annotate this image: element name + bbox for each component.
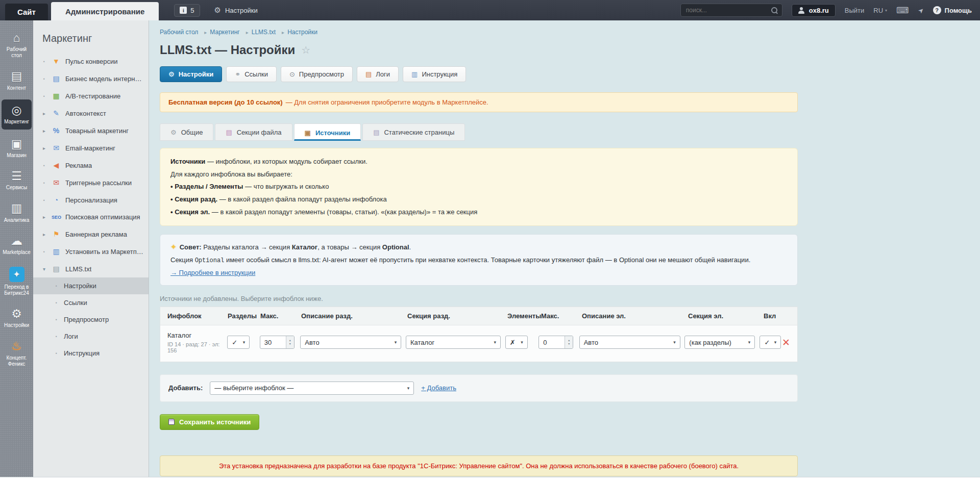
favorite-star-icon[interactable]: ☆ [301, 44, 310, 56]
user-menu[interactable]: ox8.ru [792, 4, 836, 17]
links-button[interactable]: ⚭ Ссылки [226, 66, 277, 82]
search-box[interactable] [680, 4, 782, 17]
sidebar-item-label: Логи [64, 333, 78, 340]
bullet-marker: ▪ [54, 351, 59, 355]
question-icon [933, 6, 941, 14]
search-input[interactable] [685, 6, 771, 14]
rail-item-settings[interactable]: ⚙ Настройки [0, 304, 33, 332]
manual-details-link[interactable]: → Подробнее в инструкции [170, 269, 255, 276]
breadcrumb-link[interactable]: Настройки [287, 29, 317, 36]
sidebar-item-product-marketing[interactable]: ▸ % Товарный маркетинг [33, 122, 149, 139]
rail-item-bitrix24[interactable]: ✦ Переход в Битрикс24 [0, 264, 33, 299]
admin-tab[interactable]: Администрирование [51, 2, 159, 20]
tab-file-sections[interactable]: ▤ Секции файла [215, 123, 292, 141]
envelope-icon: ✉ [52, 144, 61, 152]
sidebar-item-business-model[interactable]: ▪ ▤ Бизнес модель интернет-магазина [33, 70, 149, 87]
column-header-spacer [786, 312, 790, 320]
elements-description-select[interactable]: Авто [579, 336, 680, 349]
breadcrumb-link[interactable]: LLMS.txt [252, 29, 287, 36]
tip-text: Разделы каталога → секция [202, 243, 292, 251]
number-spinner[interactable] [565, 336, 573, 348]
sidebar-subitem-preview[interactable]: ▪ Предпросмотр [33, 311, 149, 328]
tab-sources[interactable]: ▣ Источники [294, 123, 361, 141]
number-spinner[interactable] [286, 336, 294, 348]
action-buttons: ⚙ Настройки ⚭ Ссылки ⊙ Предпросмотр ▤ Ло… [160, 66, 980, 82]
pin-icon[interactable]: ➤ [916, 6, 925, 15]
sidebar-item-seo[interactable]: ▸ SEO Поисковая оптимизация [33, 209, 149, 225]
column-header: Описание разд. [301, 312, 407, 320]
sidebar-item-install-marketplace[interactable]: ▪ ▥ Установить из Маркетплейс [33, 243, 149, 260]
add-source-panel: Добавить: — выберите инфоблок — + Добави… [160, 374, 798, 402]
rail-item-services[interactable]: ☰ Сервисы [0, 167, 33, 194]
sources-empty-note: Источники не добавлены. Выберите инфобло… [160, 295, 980, 302]
site-tab[interactable]: Сайт [5, 4, 48, 20]
sidebar-item-conversion-pulse[interactable]: ▪ ▼ Пульс конверсии [33, 53, 149, 70]
sidebar-item-llms-txt[interactable]: ▾ ▤ LLMS.txt [33, 260, 149, 277]
sidebar-subitem-links[interactable]: ▪ Ссылки [33, 294, 149, 311]
sidebar-item-ab-testing[interactable]: ▪ ▦ A/B-тестирование [33, 87, 149, 105]
sidebar-item-trigger-mailings[interactable]: ▪ ✉ Триггерные рассылки [33, 174, 149, 191]
sidebar-subitem-manual[interactable]: ▪ Инструкция [33, 345, 149, 362]
sections-max-input[interactable]: 30 [260, 336, 295, 349]
settings-button[interactable]: ⚙ Настройки [160, 66, 222, 82]
sidebar-item-email-marketing[interactable]: ▸ ✉ Email-маркетинг [33, 139, 149, 157]
gear-icon: ⚙ [170, 129, 177, 136]
rail-item-phoenix[interactable]: ♨ Концепт. Феникс [0, 337, 33, 370]
sidebar-subitem-logs[interactable]: ▪ Логи [33, 328, 149, 345]
elements-enabled-select[interactable]: ✗ [505, 336, 528, 349]
file-icon: ▤ [52, 265, 61, 273]
home-icon: ⌂ [1, 32, 32, 44]
help-line-text: — в какой раздел файла попадут разделы и… [217, 195, 387, 203]
breadcrumb-link[interactable]: Рабочий стол [160, 29, 210, 36]
sections-enabled-select[interactable]: ✓ [227, 336, 250, 349]
help-button[interactable]: Помощь [933, 6, 972, 14]
tab-general[interactable]: ⚙ Общие [160, 123, 213, 141]
chevron-down-icon: ▾ [885, 8, 887, 13]
column-header: Инфоблок [167, 312, 228, 320]
sources-help-panel: Источники — инфоблоки, из которых модуль… [160, 148, 798, 226]
rail-item-content[interactable]: ▤ Контент [0, 67, 33, 94]
sidebar-item-label: Баннерная реклама [65, 231, 127, 238]
topbar-settings-button[interactable]: ⚙ Настройки [214, 6, 258, 15]
hotkeys-icon[interactable]: ⌨ [896, 5, 909, 16]
file-icon: ▤ [226, 129, 232, 136]
search-icon[interactable] [771, 7, 778, 14]
sidebar-item-autocontext[interactable]: ▸ ✎ Автоконтекст [33, 105, 149, 122]
add-source-link[interactable]: + Добавить [421, 384, 456, 392]
delete-row-button[interactable]: ✕ [782, 337, 790, 348]
row-enabled-select[interactable]: ✓ [760, 336, 781, 349]
tab-static-pages[interactable]: ▤ Статические страницы [362, 123, 465, 141]
rail-item-shop[interactable]: ▣ Магазин [0, 135, 33, 162]
rail-item-desktop[interactable]: ⌂ Рабочий стол [0, 29, 33, 62]
elements-target-select[interactable]: (как разделы) [684, 336, 755, 349]
select-value: ✗ [510, 339, 516, 346]
select-value: — выберите инфоблок — [214, 384, 293, 392]
manual-button[interactable]: ▥ Инструкция [403, 66, 466, 82]
breadcrumb-link[interactable]: Маркетинг [210, 29, 251, 36]
logout-link[interactable]: Выйти [845, 7, 865, 14]
sections-target-select[interactable]: Каталог [406, 336, 501, 349]
development-install-notice: Эта установка предназначена для разработ… [160, 455, 798, 476]
rail-item-marketplace[interactable]: ☁ Marketplace [0, 232, 33, 259]
sections-description-select[interactable]: Авто [300, 336, 401, 349]
sidebar-item-advertising[interactable]: ▪ ◀ Реклама [33, 157, 149, 174]
elements-max-input[interactable]: 0 [538, 336, 573, 349]
notifications-button[interactable]: 5 [174, 4, 200, 17]
sidebar-subitem-settings[interactable]: ▪ Настройки [33, 277, 149, 294]
save-sources-button[interactable]: Сохранить источники [160, 414, 259, 430]
sidebar-item-banner-ads[interactable]: ▸ ⚑ Баннерная реклама [33, 225, 149, 243]
select-value: ✓ [232, 339, 237, 346]
infoblock-select[interactable]: — выберите инфоблок — [210, 382, 414, 395]
tip-bold: Optional [382, 243, 409, 251]
percent-icon: % [52, 126, 61, 135]
expand-arrow-icon: ▸ [41, 214, 47, 220]
rail-item-marketing[interactable]: ◎ Маркетинг [2, 99, 32, 130]
sidebar-item-personalization[interactable]: ▪ ◔ Персонализация [33, 191, 149, 209]
logs-button[interactable]: ▤ Логи [357, 66, 399, 82]
preview-button[interactable]: ⊙ Предпросмотр [281, 66, 353, 82]
language-switcher[interactable]: RU ▾ [873, 7, 887, 14]
save-button-label: Сохранить источники [179, 418, 251, 426]
rail-item-analytics[interactable]: ▥ Аналитика [0, 199, 33, 226]
column-header: Вкл [764, 312, 786, 320]
personalization-icon: ◔ [52, 196, 61, 204]
